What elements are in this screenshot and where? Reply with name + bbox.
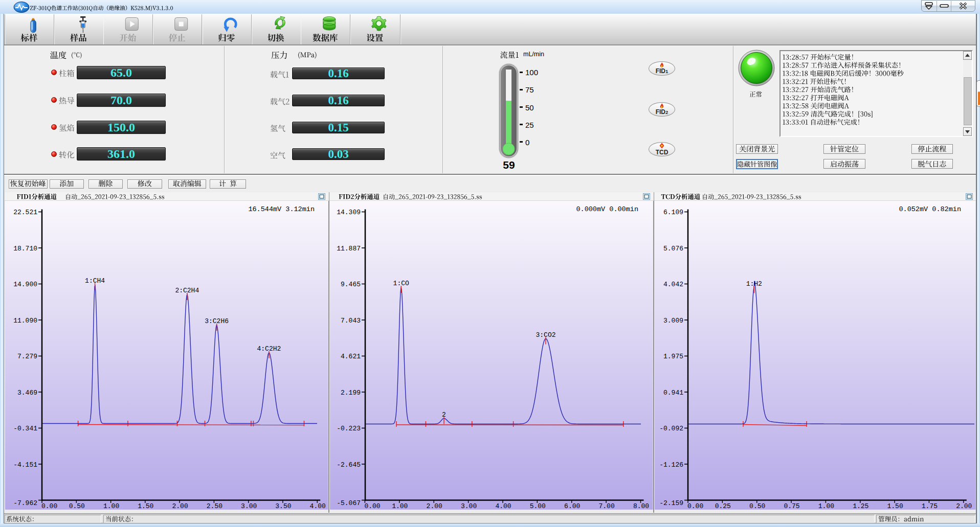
svg-text:7.043: 7.043: [341, 316, 361, 324]
svg-text:6.109: 6.109: [663, 209, 683, 216]
svg-text:7.279: 7.279: [17, 353, 37, 360]
svg-text:5.076: 5.076: [663, 244, 683, 252]
svg-text:-0.223: -0.223: [337, 425, 361, 432]
svg-text:-5.067: -5.067: [337, 499, 361, 507]
svg-text:3.00: 3.00: [241, 502, 257, 510]
svg-text:6.00: 6.00: [564, 502, 580, 510]
svg-text:0.00: 0.00: [687, 502, 703, 510]
svg-text:3.009: 3.009: [663, 316, 683, 324]
svg-text:4.00: 4.00: [495, 502, 511, 510]
svg-text:1.00: 1.00: [818, 502, 834, 510]
svg-text:3.469: 3.469: [17, 388, 37, 396]
svg-text:-2.645: -2.645: [337, 461, 361, 468]
svg-text:11.090: 11.090: [13, 316, 37, 324]
svg-text:0.25: 0.25: [715, 502, 731, 510]
svg-text:3.50: 3.50: [275, 502, 291, 510]
svg-text:0.50: 0.50: [749, 502, 765, 510]
svg-text:8.00: 8.00: [633, 502, 649, 510]
svg-text:1.25: 1.25: [853, 502, 868, 510]
svg-text:0.50: 0.50: [69, 502, 85, 510]
svg-text:3:CO2: 3:CO2: [536, 331, 555, 338]
svg-text:4.621: 4.621: [341, 353, 361, 360]
svg-text:1:H2: 1:H2: [746, 280, 762, 287]
svg-text:2.199: 2.199: [341, 388, 361, 396]
svg-text:5.00: 5.00: [530, 502, 546, 510]
svg-text:9.465: 9.465: [341, 281, 361, 288]
svg-text:2.00: 2.00: [956, 502, 972, 510]
svg-text:-2.159: -2.159: [659, 499, 683, 507]
svg-text:1.50: 1.50: [138, 502, 153, 510]
svg-text:1:CO: 1:CO: [393, 280, 409, 287]
svg-text:3:C2H6: 3:C2H6: [205, 317, 229, 325]
svg-text:2.50: 2.50: [207, 502, 222, 510]
svg-text:-0.092: -0.092: [659, 425, 683, 432]
svg-text:2.00: 2.00: [427, 502, 442, 510]
svg-text:11.887: 11.887: [337, 244, 361, 252]
svg-text:22.521: 22.521: [13, 209, 37, 216]
svg-text:0.00: 0.00: [364, 502, 380, 510]
svg-text:-1.126: -1.126: [659, 461, 683, 468]
svg-text:-4.151: -4.151: [13, 461, 37, 468]
svg-text:1.975: 1.975: [663, 353, 683, 360]
svg-text:1:CH4: 1:CH4: [85, 277, 105, 284]
svg-text:3.00: 3.00: [461, 502, 477, 510]
svg-text:14.900: 14.900: [13, 281, 37, 288]
svg-text:0.941: 0.941: [663, 388, 683, 396]
svg-text:16.544mV 3.12min: 16.544mV 3.12min: [248, 205, 315, 213]
svg-text:0.00: 0.00: [41, 502, 57, 510]
svg-text:2: 2: [442, 410, 446, 418]
svg-text:0.052mV 0.82min: 0.052mV 0.82min: [899, 205, 961, 213]
svg-text:0.75: 0.75: [784, 502, 799, 510]
svg-text:2.00: 2.00: [172, 502, 188, 510]
svg-text:14.309: 14.309: [337, 209, 361, 216]
svg-text:1.00: 1.00: [103, 502, 119, 510]
svg-text:4:C2H2: 4:C2H2: [257, 345, 281, 353]
svg-text:18.710: 18.710: [13, 244, 37, 252]
svg-text:2:C2H4: 2:C2H4: [175, 287, 199, 294]
svg-text:1.00: 1.00: [392, 502, 408, 510]
svg-text:4.00: 4.00: [310, 502, 326, 510]
svg-text:0.000mV 0.00min: 0.000mV 0.00min: [576, 205, 638, 213]
svg-text:-0.341: -0.341: [13, 425, 37, 432]
svg-text:7.00: 7.00: [598, 502, 614, 510]
svg-text:4.042: 4.042: [663, 281, 683, 288]
svg-text:-7.962: -7.962: [13, 499, 37, 507]
svg-text:1.75: 1.75: [922, 502, 938, 510]
svg-text:1.50: 1.50: [887, 502, 903, 510]
